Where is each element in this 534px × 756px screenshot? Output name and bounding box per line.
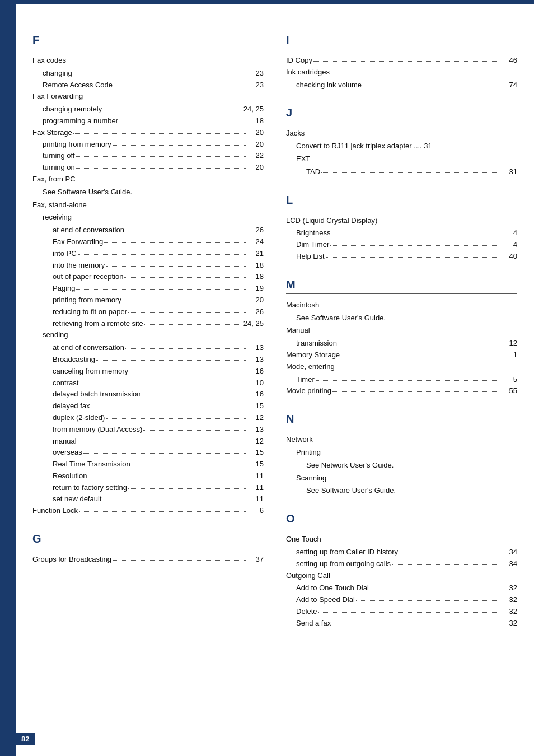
dots [356,600,499,601]
dots [392,564,499,565]
dots [96,360,246,361]
entry-text: Memory Storage [286,349,340,361]
index-entry: Mode, entering [286,361,517,373]
entry-text: changing remotely [43,104,102,115]
index-entry: setting up from outgoing calls34 [286,558,517,570]
index-entry: overseas15 [32,447,264,459]
index-entry: Outgoing Call [286,570,517,582]
index-section: NNetworkPrintingSee Network User's Guide… [286,413,517,497]
page-num: 32 [500,594,517,606]
page-num: 24, 25 [243,318,264,330]
index-entry: Send a fax32 [286,618,517,629]
page-num: 13 [247,424,264,436]
index-entry: printing from memory20 [32,295,264,306]
index-entry: Add to One Touch Dial32 [286,582,517,594]
entry-text: Send a fax [296,618,331,629]
index-section: FFax codeschanging23Remote Access Code23… [32,34,264,517]
index-entry: delayed fax15 [32,400,264,412]
index-entry: TAD31 [286,166,517,178]
section-header: O [286,512,517,528]
index-entry: at end of conversation26 [32,225,264,236]
index-entry: One Touch [286,534,517,545]
right-column: IID Copy46Ink cartridgeschecking ink vol… [286,34,517,645]
index-entry: Broadcasting13 [32,354,264,366]
page-num: 23 [247,68,264,80]
index-entry: Groups for Broadcasting37 [32,554,264,566]
section-header: F [32,34,264,49]
page-num: 20 [247,295,264,306]
left-accent [0,0,16,756]
entry-text: turning on [43,162,75,174]
index-entry: sending [32,329,264,341]
columns: FFax codeschanging23Remote Access Code23… [32,34,517,645]
dots [114,86,246,86]
section-header: I [286,34,517,49]
page-num: 11 [247,470,264,482]
entry-text: transmission [296,338,337,349]
dots [332,624,499,624]
index-entry: Network [286,434,517,446]
dots [142,395,246,395]
dots [124,277,246,278]
dots [91,407,246,407]
entry-text: Fax Forwarding [53,236,103,248]
entry-text: Delete [296,606,317,618]
index-entry: LCD (Liquid Crystal Display) [286,215,517,227]
index-entry: EXT [286,153,517,165]
dots [73,74,246,74]
index-entry: Fax Forwarding [32,91,264,102]
index-entry: See Software User's Guide. [286,312,517,324]
dots [370,589,499,589]
page-num: 12 [247,412,264,424]
dots [313,61,499,62]
index-entry: Timer5 [286,374,517,386]
page-num: 18 [247,115,264,127]
page-num: 11 [247,482,264,494]
page-num: 12 [247,436,264,447]
entry-text: turning off [43,150,75,162]
index-section: LLCD (Liquid Crystal Display)Brightness4… [286,194,517,263]
entry-text: out of paper reception [53,271,123,283]
entry-text: Resolution [53,470,87,482]
entry-text: reducing to fit on paper [53,306,127,318]
index-entry: checking ink volume74 [286,80,517,91]
index-entry: Dim Timer4 [286,239,517,251]
entry-text: Groups for Broadcasting [32,554,111,566]
dots [103,110,242,110]
entry-text: Help List [296,251,325,263]
index-entry: Memory Storage1 [286,349,517,361]
entry-text: ID Copy [286,55,312,67]
page-num: 16 [247,389,264,400]
index-entry: manual12 [32,436,264,447]
page-num: 24 [247,236,264,248]
index-entry: Printing [286,447,517,459]
index-entry: Brightness4 [286,227,517,239]
dots [330,245,499,246]
index-entry: Real Time Transmission15 [32,459,264,470]
page-num: 21 [247,248,264,260]
index-entry: printing from memory20 [32,139,264,151]
entry-text: changing [43,68,72,80]
page-num: 74 [500,80,517,91]
dots [363,86,499,86]
entry-text: set new default [53,493,101,505]
dots [331,234,499,234]
page-num: 5 [500,374,517,386]
index-entry: turning on20 [32,162,264,174]
page-num: 20 [247,127,264,139]
index-entry: duplex (2-sided)12 [32,412,264,424]
dots [125,231,246,231]
index-entry: Movie printing55 [286,385,517,397]
index-entry: See Software User's Guide. [286,485,517,497]
dots [144,324,242,325]
page-num: 37 [247,554,264,566]
dots [123,301,246,301]
dots [106,418,246,419]
index-section: GGroups for Broadcasting37 [32,533,264,566]
section-header: M [286,278,517,294]
index-entry: Add to Speed Dial32 [286,594,517,606]
index-entry: return to factory setting11 [32,482,264,494]
page-num: 1 [500,349,517,361]
index-entry: delayed batch transmission16 [32,389,264,400]
index-entry: changing23 [32,68,264,80]
